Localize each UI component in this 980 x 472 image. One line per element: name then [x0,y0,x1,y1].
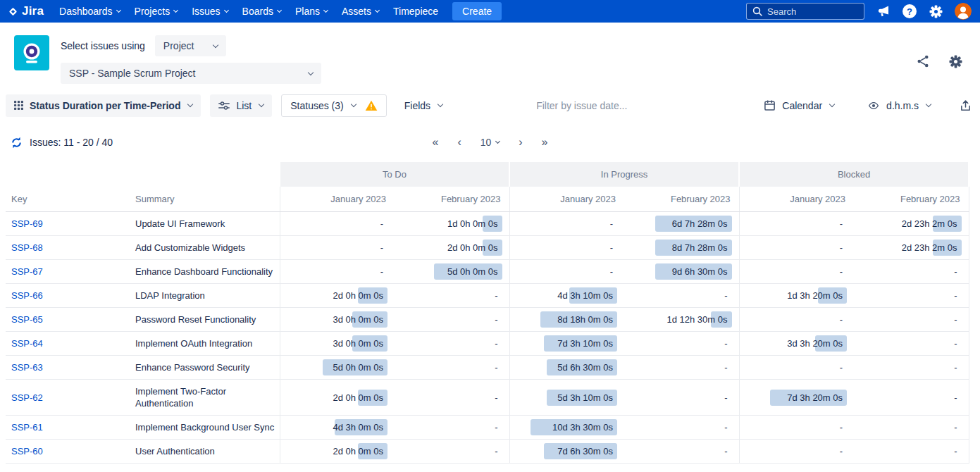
eye-icon [867,100,880,111]
prev-page-button[interactable]: ‹ [457,137,461,148]
duration-cell: - [509,236,624,260]
nav-item-assets[interactable]: Assets [335,0,386,23]
duration-cell: - [739,416,854,440]
chevron-down-icon [926,101,931,107]
refresh-icon[interactable] [10,136,23,149]
nav-item-projects[interactable]: Projects [128,0,185,23]
column-group-blocked: Blocked [740,162,968,187]
issue-key-link[interactable]: SSP-69 [11,218,43,229]
nav-item-plans[interactable]: Plans [288,0,335,23]
chevron-down-icon [308,69,314,75]
issue-key-link[interactable]: SSP-60 [11,446,43,457]
nav-item-issues[interactable]: Issues [185,0,235,23]
issue-key-link[interactable]: SSP-68 [11,242,43,253]
chevron-down-icon [323,8,328,13]
select-issues-label: Select issues using [61,40,145,51]
view-select[interactable]: List [210,94,272,117]
summary-column-header[interactable]: Summary [134,187,280,212]
user-avatar[interactable] [955,3,972,20]
month-column-header[interactable]: February 2023 [854,187,969,212]
issue-table-body: SSP-69Update UI Framework-1d 0h 0m 0s-6d… [6,212,969,464]
report-settings-gear-icon[interactable] [948,54,963,69]
calendar-select[interactable]: Calendar [755,94,843,117]
issue-key-link[interactable]: SSP-63 [11,362,43,373]
month-column-header[interactable]: February 2023 [624,187,739,212]
column-header-row: Key Summary January 2023 February 2023 J… [6,187,969,212]
duration-value: 7d 3h 20m 0s [787,392,843,403]
duration-cell: - [854,332,969,356]
duration-cell: 7d 3h 10m 0s [509,332,624,356]
table-row: SSP-68Add Customizable Widgets-2d 0h 0m … [6,236,969,260]
announcement-megaphone-icon[interactable] [876,4,891,19]
search-input[interactable] [767,6,852,17]
issue-key-link[interactable]: SSP-67 [11,266,43,277]
nav-item-dashboards[interactable]: Dashboards [52,0,128,23]
list-view-icon [218,101,230,111]
month-column-header[interactable]: February 2023 [395,187,509,212]
duration-cell: - [395,380,509,416]
pagination-row: Issues: 11 - 20 / 40 « ‹ 10 › » [0,132,980,152]
duration-cell: - [280,260,395,284]
issue-key-link[interactable]: SSP-64 [11,338,43,349]
help-icon[interactable]: ? [903,4,917,18]
table-row: SSP-61Implement Background User Sync4d 3… [6,416,969,440]
key-column-header[interactable]: Key [6,187,134,212]
issue-date-filter-input[interactable] [536,100,670,111]
page-size-select[interactable]: 10 [480,137,500,148]
warning-icon [365,100,378,111]
chevron-down-icon [438,101,443,107]
duration-format-select[interactable]: d.h.m.s [859,94,939,117]
nav-item-boards[interactable]: Boards [235,0,288,23]
duration-cell: - [624,332,739,356]
issue-key-cell: SSP-66 [6,284,134,308]
issue-key-link[interactable]: SSP-62 [11,392,43,403]
duration-value: 8d 7h 28m 0s [672,242,728,253]
fields-select[interactable]: Fields [396,94,451,117]
month-column-header[interactable]: January 2023 [509,187,624,212]
duration-cell: - [395,416,509,440]
duration-value: - [495,392,497,403]
nav-item-timepiece[interactable]: Timepiece [386,0,445,23]
month-column-header[interactable]: January 2023 [739,187,854,212]
issue-key-link[interactable]: SSP-65 [11,314,43,325]
duration-cell: 2d 0h 0m 0s [395,236,509,260]
column-group-todo: To Do [280,162,509,187]
issue-summary: Implement OAuth Integration [134,332,280,356]
chevron-down-icon [277,8,282,13]
share-icon[interactable] [915,54,931,69]
duration-value: 4d 3h 0m 0s [333,422,383,433]
duration-cell: - [854,380,969,416]
duration-cell: - [509,260,624,284]
duration-value: - [954,290,957,301]
jira-logo[interactable]: Jira [7,4,44,18]
duration-cell: - [739,260,854,284]
issue-source-select[interactable]: Project [155,35,227,56]
issue-key-link[interactable]: SSP-66 [11,290,43,301]
export-icon[interactable] [956,97,974,115]
project-select[interactable]: SSP - Sample Scrum Project [61,63,321,84]
duration-cell: - [624,356,739,380]
first-page-button[interactable]: « [432,137,438,148]
issue-key-cell: SSP-68 [6,236,134,260]
duration-cell: 2d 23h 2m 0s [854,212,969,236]
duration-value: 3d 0h 0m 0s [333,314,383,325]
month-column-header[interactable]: January 2023 [280,187,395,212]
global-search[interactable] [746,3,864,20]
duration-cell: 8d 7h 28m 0s [624,236,739,260]
next-page-button[interactable]: › [519,137,522,148]
statuses-select[interactable]: Statuses (3) [281,94,386,117]
duration-value: - [840,422,843,433]
duration-value: 9d 6h 30m 0s [672,266,728,277]
create-button[interactable]: Create [452,2,502,20]
issue-key-cell: SSP-62 [6,380,134,416]
chevron-down-icon [116,8,121,13]
report-type-select[interactable]: Status Duration per Time-Period [6,94,201,117]
last-page-button[interactable]: » [542,137,548,148]
duration-cell: 3d 0h 0m 0s [280,308,395,332]
issue-key-link[interactable]: SSP-61 [11,422,43,433]
duration-cell: 7d 3h 20m 0s [739,380,854,416]
duration-value: 5d 6h 30m 0s [557,362,613,373]
settings-gear-icon[interactable] [928,4,943,19]
duration-value: - [840,242,843,253]
chevron-down-icon [350,101,356,107]
